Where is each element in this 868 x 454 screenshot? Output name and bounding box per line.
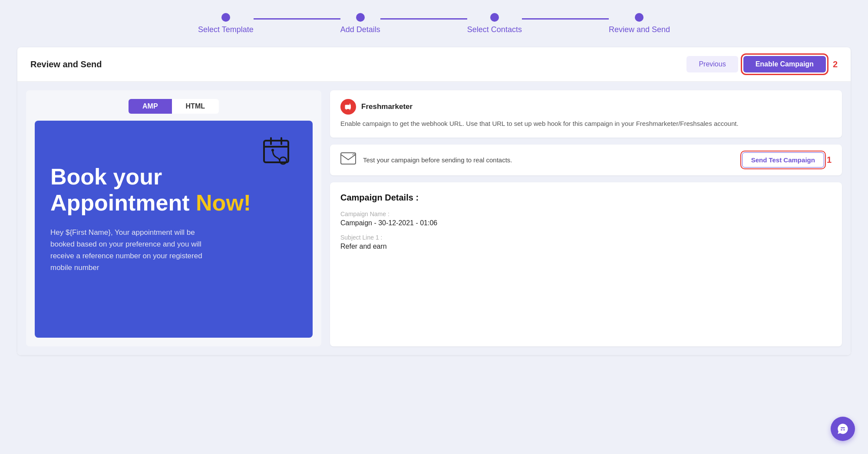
- preview-line1-text: Book your: [50, 164, 162, 189]
- step-label-1: Select Template: [198, 25, 254, 34]
- card-body: AMP HTML: [17, 82, 851, 355]
- step-label-3: Select Contacts: [467, 25, 522, 34]
- calendar-icon: [261, 134, 295, 174]
- step-line-3: [522, 18, 609, 20]
- campaign-name-label: Campaign Name :: [340, 211, 832, 217]
- campaign-name-value: Campaign - 30-12-2021 - 01:06: [340, 219, 832, 227]
- freshmarketer-icon: [340, 99, 356, 115]
- freshmarketer-description: Enable campaign to get the webhook URL. …: [340, 119, 832, 129]
- preview-highlight-text: Now!: [196, 190, 251, 215]
- previous-button[interactable]: Previous: [686, 56, 738, 72]
- campaign-details-title: Campaign Details :: [340, 193, 832, 203]
- step-select-template: Select Template: [198, 13, 254, 34]
- freshmarketer-header: Freshmarketer: [340, 99, 832, 115]
- enable-badge: 2: [833, 59, 838, 69]
- tab-bar: AMP HTML: [129, 99, 219, 114]
- step-circle-3: [490, 13, 499, 22]
- preview-body-text: Hey ${First Name}, Your appointment will…: [50, 227, 215, 274]
- campaign-name-row: Campaign Name : Campaign - 30-12-2021 - …: [340, 211, 832, 227]
- email-preview: Book your Appointment Now! Hey ${First N…: [35, 121, 313, 338]
- step-review-send: Review and Send: [609, 13, 670, 34]
- subject-line-row: Subject Line 1 : Refer and earn: [340, 234, 832, 250]
- step-select-contacts: Select Contacts: [467, 13, 522, 34]
- enable-campaign-button[interactable]: Enable Campaign: [743, 56, 826, 72]
- svg-rect-6: [341, 153, 356, 164]
- subject-line-value: Refer and earn: [340, 243, 832, 250]
- freshmarketer-card: Freshmarketer Enable campaign to get the…: [330, 90, 842, 138]
- stepper: Select Template Add Details Select Conta…: [17, 13, 851, 34]
- card-header: Review and Send Previous Enable Campaign…: [17, 47, 851, 82]
- step-add-details: Add Details: [340, 13, 380, 34]
- step-label-2: Add Details: [340, 25, 380, 34]
- subject-line-label: Subject Line 1 :: [340, 234, 832, 241]
- test-left: Test your campaign before sending to rea…: [340, 152, 512, 168]
- right-panel: Freshmarketer Enable campaign to get the…: [330, 90, 842, 346]
- step-circle-2: [356, 13, 365, 22]
- svg-rect-0: [264, 141, 288, 162]
- preview-line2-text: Appointment: [50, 190, 196, 215]
- step-line-2: [380, 18, 467, 20]
- test-badge: 1: [827, 155, 832, 165]
- freshmarketer-title: Freshmarketer: [361, 102, 413, 111]
- step-label-4: Review and Send: [609, 25, 670, 34]
- test-campaign-text: Test your campaign before sending to rea…: [363, 156, 512, 164]
- campaign-details-card: Campaign Details : Campaign Name : Campa…: [330, 182, 842, 347]
- svg-point-5: [271, 149, 274, 151]
- send-test-campaign-button[interactable]: Send Test Campaign: [742, 152, 824, 168]
- tab-html[interactable]: HTML: [172, 99, 219, 114]
- step-circle-1: [221, 13, 230, 22]
- preview-title-line1: Book your Appointment Now!: [50, 164, 297, 216]
- header-buttons: Previous Enable Campaign 2: [686, 56, 838, 72]
- step-circle-4: [635, 13, 644, 22]
- main-card: Review and Send Previous Enable Campaign…: [17, 47, 851, 355]
- step-line-1: [254, 18, 340, 20]
- review-send-title: Review and Send: [30, 59, 102, 69]
- chat-bubble[interactable]: [831, 417, 855, 441]
- tab-amp[interactable]: AMP: [129, 99, 172, 114]
- envelope-icon: [340, 152, 356, 168]
- test-campaign-card: Test your campaign before sending to rea…: [330, 145, 842, 175]
- left-panel: AMP HTML: [26, 90, 321, 346]
